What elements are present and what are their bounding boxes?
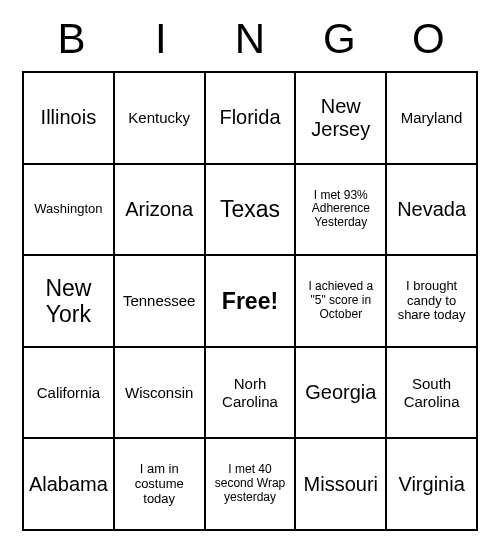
bingo-cell[interactable]: Wisconsin (114, 347, 205, 439)
bingo-cell[interactable]: Nevada (386, 164, 477, 256)
bingo-cell[interactable]: I achieved a "5" score in October (295, 255, 386, 347)
bingo-cell[interactable]: Missouri (295, 438, 386, 530)
bingo-cell[interactable]: Texas (205, 164, 296, 256)
bingo-cell[interactable]: New York (23, 255, 114, 347)
bingo-cell[interactable]: Illinois (23, 72, 114, 164)
bingo-cell[interactable]: Maryland (386, 72, 477, 164)
bingo-cell[interactable]: Alabama (23, 438, 114, 530)
header-letter-g: G (295, 15, 384, 63)
bingo-grid: Illinois Kentucky Florida New Jersey Mar… (22, 71, 478, 531)
bingo-cell[interactable]: California (23, 347, 114, 439)
bingo-cell[interactable]: Norh Carolina (205, 347, 296, 439)
bingo-cell[interactable]: I am in costume today (114, 438, 205, 530)
bingo-cell[interactable]: I brought candy to share today (386, 255, 477, 347)
header-letter-b: B (27, 15, 116, 63)
bingo-free-cell[interactable]: Free! (205, 255, 296, 347)
header-letter-i: I (116, 15, 205, 63)
bingo-cell[interactable]: I met 40 second Wrap yesterday (205, 438, 296, 530)
bingo-cell[interactable]: Washington (23, 164, 114, 256)
bingo-cell[interactable]: Arizona (114, 164, 205, 256)
bingo-cell[interactable]: South Carolina (386, 347, 477, 439)
header-letter-n: N (205, 15, 294, 63)
bingo-cell[interactable]: New Jersey (295, 72, 386, 164)
header-letter-o: O (384, 15, 473, 63)
bingo-cell[interactable]: Kentucky (114, 72, 205, 164)
bingo-cell[interactable]: Virginia (386, 438, 477, 530)
bingo-cell[interactable]: Florida (205, 72, 296, 164)
bingo-cell[interactable]: Tennessee (114, 255, 205, 347)
bingo-cell[interactable]: Georgia (295, 347, 386, 439)
bingo-header: B I N G O (22, 15, 478, 63)
bingo-cell[interactable]: I met 93% Adherence Yesterday (295, 164, 386, 256)
